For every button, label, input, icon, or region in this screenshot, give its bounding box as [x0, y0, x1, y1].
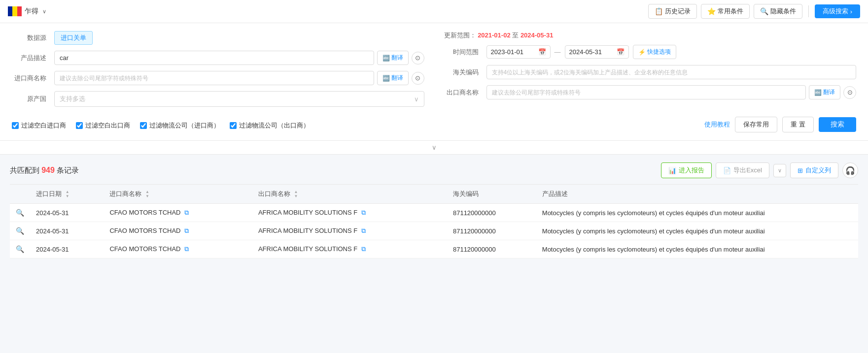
- time-end-input[interactable]: [569, 48, 614, 56]
- col-importer-header[interactable]: 进口商名称 ▲▼: [104, 185, 252, 204]
- date-range-info: 更新范围： 2021-01-02 至 2024-05-31: [444, 31, 857, 40]
- product-extra-button[interactable]: ⊙: [412, 52, 424, 64]
- importer-translate-button[interactable]: 🔤 翻译: [377, 71, 409, 85]
- export-icon: 📄: [723, 167, 731, 174]
- exporter-translate-button[interactable]: 🔤 翻译: [809, 85, 840, 99]
- row-search-icon[interactable]: 🔍: [10, 222, 30, 240]
- hidden-conditions-button[interactable]: 🔍 隐藏条件: [754, 4, 802, 19]
- col-check-header: [10, 185, 30, 204]
- cell-hs: 871120000000: [447, 222, 536, 240]
- filter-row: 过滤空白进口商 过滤空白出口商 过滤物流公司（进口商） 过滤物流公司（出口商）: [12, 121, 310, 130]
- search-panel: 数据源 进口关单 产品描述 🔤 翻译 ⊙: [0, 23, 868, 141]
- exporter-row: 出口商名称 🔤 翻译 ⊙: [444, 85, 857, 99]
- hs-row: 海关编码: [444, 65, 857, 79]
- tutorial-link[interactable]: 使用教程: [704, 120, 730, 129]
- table-row: 🔍 2024-05-31 CFAO MOTORS TCHAD ⧉ AFRICA …: [10, 204, 858, 222]
- save-common-button[interactable]: 保存常用: [735, 117, 777, 132]
- filter-logistics-exporter[interactable]: 过滤物流公司（出口商）: [230, 121, 310, 130]
- support-button[interactable]: 🎧: [842, 162, 858, 178]
- quick-icon: ⚡: [638, 49, 646, 56]
- cell-exporter: AFRICA MOBILITY SOLUTIONS F ⧉: [252, 204, 447, 222]
- source-row: 数据源 进口关单: [12, 31, 424, 45]
- col-exporter-header[interactable]: 出口商名称 ▲▼: [252, 185, 447, 204]
- row-search-icon[interactable]: 🔍: [10, 240, 30, 258]
- hs-input[interactable]: [486, 65, 857, 79]
- col-hs-header: 海关编码: [447, 185, 536, 204]
- importer-input[interactable]: [54, 71, 374, 85]
- flag-icon: [8, 6, 22, 16]
- chevron-down-icon: ∨: [414, 96, 419, 103]
- columns-icon: ⊞: [798, 167, 803, 174]
- source-tag[interactable]: 进口关单: [54, 31, 93, 45]
- advanced-search-button[interactable]: 高级搜索 ›: [815, 4, 860, 18]
- filter-blank-importer[interactable]: 过滤空白进口商: [12, 121, 66, 130]
- action-row: 使用教程 保存常用 重 置 搜索: [704, 117, 856, 132]
- exporter-input[interactable]: [486, 85, 806, 99]
- exporter-label: 出口商名称: [444, 88, 479, 97]
- copy-importer-icon[interactable]: ⧉: [184, 209, 189, 216]
- copy-importer-icon[interactable]: ⧉: [184, 227, 189, 234]
- top-bar: 乍得 ∨ 📋 历史记录 ⭐ 常用条件 🔍 隐藏条件 高级搜索 ›: [0, 0, 868, 23]
- exporter-extra-button[interactable]: ⊙: [843, 86, 856, 99]
- source-control: 进口关单: [54, 31, 424, 45]
- export-dropdown-button[interactable]: ∨: [773, 164, 786, 177]
- collapse-row[interactable]: ∨: [0, 141, 868, 155]
- source-label: 数据源: [12, 33, 46, 42]
- time-start-input-wrap[interactable]: 📅: [486, 45, 551, 59]
- filter-blank-exporter[interactable]: 过滤空白出口商: [76, 121, 130, 130]
- row-search-icon[interactable]: 🔍: [10, 204, 30, 222]
- origin-control: 支持多选 ∨: [54, 91, 424, 107]
- results-count: 共匹配到 949 条记录: [10, 166, 79, 175]
- chevron-down-icon2: ∨: [432, 144, 437, 151]
- translate-icon3: 🔤: [814, 89, 822, 96]
- table-row: 🔍 2024-05-31 CFAO MOTORS TCHAD ⧉ AFRICA …: [10, 240, 858, 258]
- cell-hs: 871120000000: [447, 204, 536, 222]
- report-icon: 📊: [668, 167, 676, 174]
- custom-columns-button[interactable]: ⊞ 自定义列: [790, 162, 838, 178]
- copy-exporter-icon[interactable]: ⧉: [361, 227, 366, 234]
- sync-icon: ⊙: [415, 54, 420, 62]
- history-icon: 📋: [655, 7, 663, 15]
- importer-extra-button[interactable]: ⊙: [412, 72, 424, 85]
- star-icon: ⭐: [707, 7, 716, 15]
- table-row: 🔍 2024-05-31 CFAO MOTORS TCHAD ⧉ AFRICA …: [10, 222, 858, 240]
- report-button[interactable]: 📊 进入报告: [661, 162, 712, 178]
- svg-rect-0: [8, 6, 12, 16]
- country-selector[interactable]: 乍得 ∨: [8, 6, 46, 16]
- origin-row: 原产国 支持多选 ∨: [12, 91, 424, 107]
- copy-exporter-icon[interactable]: ⧉: [361, 245, 366, 253]
- product-input[interactable]: [54, 51, 374, 65]
- common-conditions-button[interactable]: ⭐ 常用条件: [701, 4, 750, 19]
- cell-exporter: AFRICA MOBILITY SOLUTIONS F ⧉: [252, 240, 447, 258]
- cell-importer: CFAO MOTORS TCHAD ⧉: [104, 204, 252, 222]
- origin-select[interactable]: 支持多选 ∨: [54, 91, 424, 107]
- copy-importer-icon[interactable]: ⧉: [184, 245, 189, 253]
- cell-importer: CFAO MOTORS TCHAD ⧉: [104, 222, 252, 240]
- product-translate-button[interactable]: 🔤 翻译: [377, 51, 409, 65]
- table-body: 🔍 2024-05-31 CFAO MOTORS TCHAD ⧉ AFRICA …: [10, 204, 858, 258]
- time-label: 时间范围: [444, 48, 479, 57]
- hs-control: [486, 65, 857, 79]
- product-row: 产品描述 🔤 翻译 ⊙: [12, 51, 424, 65]
- export-button[interactable]: 📄 导出Excel: [716, 162, 769, 178]
- calendar-icon: 📅: [538, 48, 546, 56]
- calendar-icon2: 📅: [617, 48, 625, 56]
- col-date-header[interactable]: 进口日期 ▲▼: [30, 185, 104, 204]
- time-end-input-wrap[interactable]: 📅: [565, 45, 629, 59]
- table-header: 进口日期 ▲▼ 进口商名称 ▲▼ 出口商名称 ▲▼: [10, 185, 858, 204]
- search-button[interactable]: 搜索: [819, 117, 856, 132]
- top-bar-actions: 📋 历史记录 ⭐ 常用条件 🔍 隐藏条件 高级搜索 ›: [648, 4, 860, 19]
- filter-logistics-importer[interactable]: 过滤物流公司（进口商）: [140, 121, 220, 130]
- history-button[interactable]: 📋 历史记录: [648, 4, 697, 19]
- origin-label: 原产国: [12, 95, 46, 103]
- sort-importer-icon: ▲▼: [145, 190, 149, 198]
- sort-date-icon: ▲▼: [66, 190, 69, 198]
- quick-options-button[interactable]: ⚡ 快捷选项: [633, 45, 676, 59]
- svg-rect-1: [12, 6, 17, 16]
- reset-button[interactable]: 重 置: [782, 117, 814, 132]
- time-start-input[interactable]: [491, 48, 535, 56]
- importer-row: 进口商名称 🔤 翻译 ⊙: [12, 71, 424, 85]
- results-header: 共匹配到 949 条记录 📊 进入报告 📄 导出Excel ∨ ⊞ 自定义列 🎧: [10, 162, 858, 178]
- eye-icon: 🔍: [760, 7, 768, 15]
- copy-exporter-icon[interactable]: ⧉: [361, 209, 366, 216]
